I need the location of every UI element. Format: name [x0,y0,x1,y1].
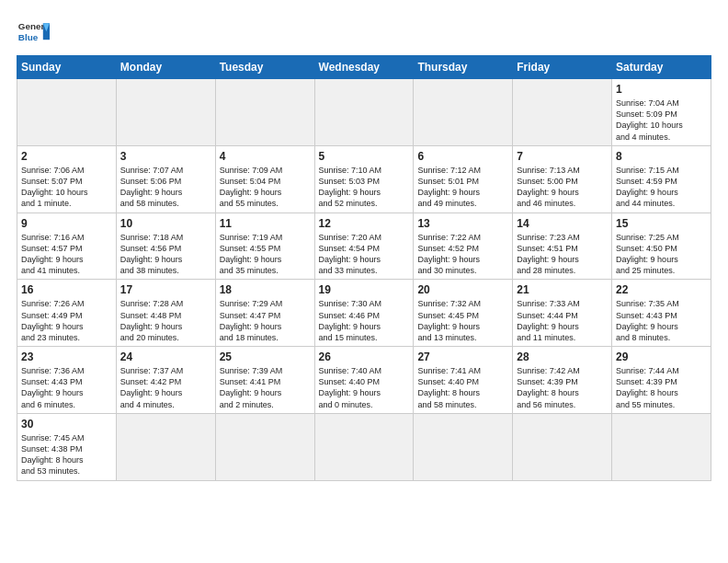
day-info: Sunrise: 7:10 AMSunset: 5:03 PMDaylight:… [319,165,410,210]
day-info: Sunrise: 7:45 AMSunset: 4:38 PMDaylight:… [21,432,112,477]
day-cell [414,413,513,480]
svg-text:Blue: Blue [18,32,39,42]
day-info: Sunrise: 7:36 AMSunset: 4:43 PMDaylight:… [21,365,112,410]
day-cell: 16Sunrise: 7:26 AMSunset: 4:49 PMDayligh… [17,280,117,347]
day-number: 6 [417,149,508,164]
day-info: Sunrise: 7:33 AMSunset: 4:44 PMDaylight:… [517,298,608,343]
day-number: 5 [319,149,410,164]
day-cell: 30Sunrise: 7:45 AMSunset: 4:38 PMDayligh… [17,413,117,480]
day-number: 3 [120,149,211,164]
week-row-1: 1Sunrise: 7:04 AMSunset: 5:09 PMDaylight… [17,79,711,146]
day-cell: 20Sunrise: 7:32 AMSunset: 4:45 PMDayligh… [414,280,513,347]
day-cell: 9Sunrise: 7:16 AMSunset: 4:57 PMDaylight… [17,213,117,280]
week-row-5: 23Sunrise: 7:36 AMSunset: 4:43 PMDayligh… [17,347,711,414]
day-number: 7 [517,149,608,164]
day-info: Sunrise: 7:16 AMSunset: 4:57 PMDaylight:… [21,232,112,277]
day-info: Sunrise: 7:18 AMSunset: 4:56 PMDaylight:… [120,232,211,277]
logo: General Blue [17,17,50,50]
week-row-2: 2Sunrise: 7:06 AMSunset: 5:07 PMDaylight… [17,145,711,213]
page-header: General Blue [17,17,711,50]
weekday-header-wednesday: Wednesday [314,56,414,79]
day-number: 18 [220,282,311,297]
day-cell: 6Sunrise: 7:12 AMSunset: 5:01 PMDaylight… [414,145,513,213]
day-info: Sunrise: 7:41 AMSunset: 4:40 PMDaylight:… [417,365,508,410]
day-info: Sunrise: 7:23 AMSunset: 4:51 PMDaylight:… [517,232,608,277]
day-number: 24 [120,350,211,364]
day-number: 28 [517,350,608,364]
day-number: 27 [417,350,508,364]
day-number: 29 [616,350,707,364]
day-cell: 3Sunrise: 7:07 AMSunset: 5:06 PMDaylight… [116,145,215,213]
day-info: Sunrise: 7:28 AMSunset: 4:48 PMDaylight:… [120,298,211,343]
day-info: Sunrise: 7:19 AMSunset: 4:55 PMDaylight:… [220,232,311,277]
week-row-6: 30Sunrise: 7:45 AMSunset: 4:38 PMDayligh… [17,413,711,480]
day-info: Sunrise: 7:32 AMSunset: 4:45 PMDaylight:… [417,298,508,343]
day-cell: 24Sunrise: 7:37 AMSunset: 4:42 PMDayligh… [116,347,215,414]
day-info: Sunrise: 7:20 AMSunset: 4:54 PMDaylight:… [319,232,410,277]
day-cell [513,79,612,146]
day-cell: 1Sunrise: 7:04 AMSunset: 5:09 PMDaylight… [612,79,711,146]
day-number: 9 [21,216,112,231]
logo-icon: General Blue [17,17,50,50]
day-number: 4 [220,149,311,164]
day-number: 1 [616,82,707,97]
day-number: 12 [319,216,410,231]
day-number: 2 [21,149,112,164]
calendar: SundayMondayTuesdayWednesdayThursdayFrid… [17,55,711,481]
day-cell [215,79,314,146]
day-cell: 18Sunrise: 7:29 AMSunset: 4:47 PMDayligh… [215,280,314,347]
day-number: 21 [517,282,608,297]
day-cell: 27Sunrise: 7:41 AMSunset: 4:40 PMDayligh… [414,347,513,414]
day-number: 15 [616,216,707,231]
day-cell [17,79,117,146]
day-info: Sunrise: 7:42 AMSunset: 4:39 PMDaylight:… [517,365,608,410]
day-cell: 11Sunrise: 7:19 AMSunset: 4:55 PMDayligh… [215,213,314,280]
weekday-header-tuesday: Tuesday [215,56,314,79]
weekday-header-sunday: Sunday [17,56,117,79]
weekday-header-saturday: Saturday [612,56,711,79]
day-number: 23 [21,350,112,364]
day-info: Sunrise: 7:12 AMSunset: 5:01 PMDaylight:… [417,165,508,210]
day-info: Sunrise: 7:15 AMSunset: 4:59 PMDaylight:… [616,165,707,210]
day-cell [612,413,711,480]
day-cell: 13Sunrise: 7:22 AMSunset: 4:52 PMDayligh… [414,213,513,280]
day-cell: 14Sunrise: 7:23 AMSunset: 4:51 PMDayligh… [513,213,612,280]
day-info: Sunrise: 7:37 AMSunset: 4:42 PMDaylight:… [120,365,211,410]
day-info: Sunrise: 7:04 AMSunset: 5:09 PMDaylight:… [616,98,707,143]
day-info: Sunrise: 7:35 AMSunset: 4:43 PMDaylight:… [616,298,707,343]
day-number: 22 [616,282,707,297]
day-number: 13 [417,216,508,231]
weekday-header-thursday: Thursday [414,56,513,79]
day-cell [414,79,513,146]
day-info: Sunrise: 7:26 AMSunset: 4:49 PMDaylight:… [21,298,112,343]
weekday-header-row: SundayMondayTuesdayWednesdayThursdayFrid… [17,56,711,79]
day-number: 25 [220,350,311,364]
day-cell: 2Sunrise: 7:06 AMSunset: 5:07 PMDaylight… [17,145,117,213]
day-cell: 26Sunrise: 7:40 AMSunset: 4:40 PMDayligh… [314,347,414,414]
day-number: 14 [517,216,608,231]
day-cell [116,413,215,480]
day-info: Sunrise: 7:44 AMSunset: 4:39 PMDaylight:… [616,365,707,410]
day-number: 16 [21,282,112,297]
day-cell: 21Sunrise: 7:33 AMSunset: 4:44 PMDayligh… [513,280,612,347]
day-number: 10 [120,216,211,231]
day-cell: 12Sunrise: 7:20 AMSunset: 4:54 PMDayligh… [314,213,414,280]
day-cell: 10Sunrise: 7:18 AMSunset: 4:56 PMDayligh… [116,213,215,280]
day-info: Sunrise: 7:07 AMSunset: 5:06 PMDaylight:… [120,165,211,210]
day-cell: 19Sunrise: 7:30 AMSunset: 4:46 PMDayligh… [314,280,414,347]
day-number: 26 [319,350,410,364]
day-cell: 15Sunrise: 7:25 AMSunset: 4:50 PMDayligh… [612,213,711,280]
day-info: Sunrise: 7:39 AMSunset: 4:41 PMDaylight:… [220,365,311,410]
day-number: 30 [21,417,112,431]
day-cell [513,413,612,480]
day-number: 20 [417,282,508,297]
day-cell: 5Sunrise: 7:10 AMSunset: 5:03 PMDaylight… [314,145,414,213]
day-info: Sunrise: 7:30 AMSunset: 4:46 PMDaylight:… [319,298,410,343]
day-cell: 17Sunrise: 7:28 AMSunset: 4:48 PMDayligh… [116,280,215,347]
day-cell [215,413,314,480]
day-cell [314,413,414,480]
day-cell: 28Sunrise: 7:42 AMSunset: 4:39 PMDayligh… [513,347,612,414]
day-cell [116,79,215,146]
day-number: 11 [220,216,311,231]
day-cell: 29Sunrise: 7:44 AMSunset: 4:39 PMDayligh… [612,347,711,414]
